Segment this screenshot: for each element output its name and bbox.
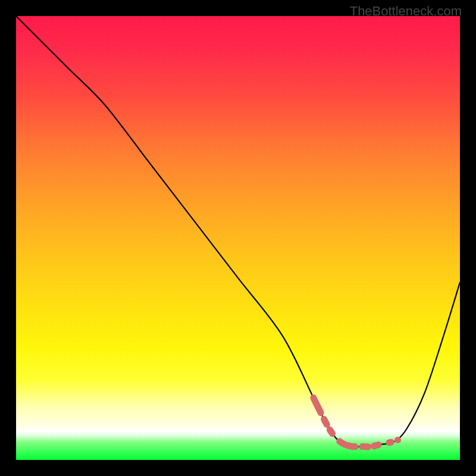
chart-svg bbox=[16, 16, 460, 460]
watermark-text: TheBottleneck.com bbox=[350, 4, 462, 19]
highlight-dot bbox=[394, 437, 401, 443]
chart-plot-area bbox=[16, 16, 460, 460]
highlight-range bbox=[314, 398, 392, 447]
bottleneck-curve bbox=[16, 16, 460, 447]
